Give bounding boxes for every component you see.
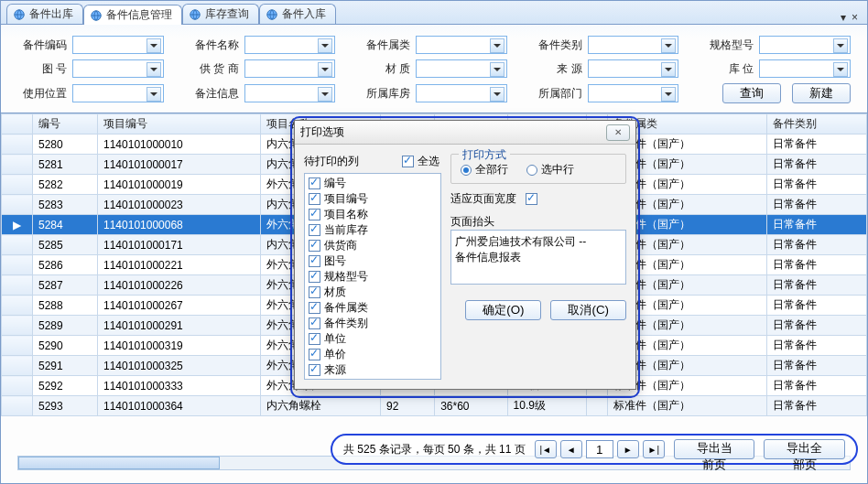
list-item[interactable]: 单位 bbox=[307, 331, 439, 347]
table-cell[interactable] bbox=[2, 235, 33, 255]
column-checkbox[interactable] bbox=[309, 317, 320, 329]
list-item[interactable]: 库位 bbox=[307, 378, 439, 380]
list-item[interactable]: 材质 bbox=[307, 285, 439, 300]
warehouse-combo[interactable] bbox=[416, 84, 507, 102]
table-cell[interactable]: 标准件（国产） bbox=[608, 396, 767, 416]
table-cell[interactable]: 1140101000325 bbox=[98, 356, 261, 376]
columns-listbox[interactable]: 编号项目编号项目名称当前库存供货商图号规格型号材质备件属类备件类别单位单价来源库… bbox=[304, 173, 441, 380]
table-cell[interactable]: 5291 bbox=[33, 356, 98, 376]
column-checkbox[interactable] bbox=[309, 209, 320, 220]
table-cell[interactable]: 5286 bbox=[33, 255, 98, 275]
table-cell[interactable]: 1140101000068 bbox=[98, 215, 261, 235]
tab-close-icon[interactable]: × bbox=[852, 11, 858, 24]
table-cell[interactable] bbox=[2, 175, 33, 195]
page-header-textarea[interactable] bbox=[450, 230, 626, 285]
table-cell[interactable]: 1140101000221 bbox=[98, 255, 261, 275]
table-cell[interactable]: 10.9级 bbox=[507, 396, 587, 416]
column-checkbox[interactable] bbox=[309, 193, 320, 205]
column-checkbox[interactable] bbox=[309, 224, 320, 236]
pager-prev[interactable]: ◄ bbox=[560, 440, 582, 458]
table-cell[interactable]: 1140101000023 bbox=[98, 195, 261, 215]
dialog-close-button[interactable]: ✕ bbox=[606, 124, 630, 141]
table-cell[interactable]: 日常备件 bbox=[766, 215, 866, 235]
table-cell[interactable]: 5281 bbox=[33, 155, 98, 175]
export-current-button[interactable]: 导出当前页 bbox=[674, 439, 755, 459]
table-cell[interactable]: 1140101000319 bbox=[98, 336, 261, 356]
table-row[interactable]: 52931140101000364内六角螺栓9236*6010.9级标准件（国产… bbox=[2, 396, 867, 416]
column-checkbox[interactable] bbox=[309, 333, 320, 345]
fit-width-checkbox[interactable] bbox=[526, 193, 537, 205]
category-combo[interactable] bbox=[588, 36, 679, 54]
list-item[interactable]: 单价 bbox=[307, 347, 439, 362]
list-item[interactable]: 备件类别 bbox=[307, 316, 439, 331]
table-cell[interactable]: 日常备件 bbox=[766, 396, 866, 416]
pager-first[interactable]: |◄ bbox=[535, 440, 557, 458]
export-all-button[interactable]: 导出全部页 bbox=[764, 439, 845, 459]
tab-stock-query[interactable]: 库存查询 bbox=[182, 4, 259, 24]
list-item[interactable]: 图号 bbox=[307, 253, 439, 269]
column-checkbox[interactable] bbox=[309, 177, 320, 189]
table-cell[interactable]: 5289 bbox=[33, 316, 98, 336]
tab-outbound[interactable]: 备件出库 bbox=[6, 4, 83, 24]
table-cell[interactable]: 日常备件 bbox=[766, 235, 866, 255]
table-cell[interactable]: 1140101000010 bbox=[98, 134, 261, 155]
list-item[interactable]: 规格型号 bbox=[307, 269, 439, 285]
name-combo[interactable] bbox=[244, 36, 336, 54]
table-cell[interactable]: 5287 bbox=[33, 275, 98, 296]
tab-parts-mgmt[interactable]: 备件信息管理 bbox=[83, 5, 182, 25]
material-combo[interactable] bbox=[416, 59, 507, 78]
tab-menu-icon[interactable]: ▾ bbox=[841, 11, 846, 24]
table-cell[interactable]: 日常备件 bbox=[766, 336, 866, 356]
table-cell[interactable]: 5288 bbox=[33, 296, 98, 316]
table-cell[interactable] bbox=[2, 316, 33, 336]
table-cell[interactable]: 1140101000019 bbox=[98, 175, 261, 195]
ok-button[interactable]: 确定(O) bbox=[465, 300, 541, 320]
table-cell[interactable]: 日常备件 bbox=[766, 316, 866, 336]
remark-combo[interactable] bbox=[244, 84, 336, 102]
tab-inbound[interactable]: 备件入库 bbox=[259, 4, 336, 24]
scroll-thumb[interactable] bbox=[18, 457, 220, 469]
table-cell[interactable]: 5282 bbox=[33, 175, 98, 195]
table-cell[interactable] bbox=[2, 275, 33, 296]
list-item[interactable]: 备件属类 bbox=[307, 300, 439, 316]
table-cell[interactable]: 5290 bbox=[33, 336, 98, 356]
table-cell[interactable]: 1140101000267 bbox=[98, 296, 261, 316]
col-header[interactable]: 项目编号 bbox=[98, 114, 261, 134]
table-cell[interactable] bbox=[2, 255, 33, 275]
table-cell[interactable]: 5285 bbox=[33, 235, 98, 255]
list-item[interactable]: 项目编号 bbox=[307, 191, 439, 207]
table-cell[interactable]: 5280 bbox=[33, 134, 98, 155]
pager-last[interactable]: ►| bbox=[643, 440, 665, 458]
cancel-button[interactable]: 取消(C) bbox=[550, 300, 626, 320]
column-checkbox[interactable] bbox=[309, 349, 320, 360]
usepos-combo[interactable] bbox=[72, 84, 164, 102]
new-button[interactable]: 新建 bbox=[792, 83, 851, 103]
table-cell[interactable] bbox=[2, 376, 33, 396]
table-cell[interactable]: 日常备件 bbox=[766, 155, 866, 175]
location-combo[interactable] bbox=[759, 59, 851, 78]
table-cell[interactable]: 5293 bbox=[33, 396, 98, 416]
table-cell[interactable]: 日常备件 bbox=[766, 296, 866, 316]
table-cell[interactable]: 1140101000017 bbox=[98, 155, 261, 175]
radio-print-selected[interactable] bbox=[526, 165, 537, 176]
table-cell[interactable]: 5284 bbox=[33, 215, 98, 235]
pager-page-input[interactable] bbox=[586, 440, 613, 458]
column-checkbox[interactable] bbox=[309, 255, 320, 267]
list-item[interactable]: 供货商 bbox=[307, 238, 439, 253]
radio-print-all[interactable] bbox=[461, 165, 472, 176]
table-cell[interactable]: 5283 bbox=[33, 195, 98, 215]
table-cell[interactable]: 1140101000226 bbox=[98, 275, 261, 296]
drawing-combo[interactable] bbox=[72, 59, 164, 78]
table-cell[interactable] bbox=[2, 336, 33, 356]
table-cell[interactable]: 1140101000291 bbox=[98, 316, 261, 336]
table-cell[interactable]: 日常备件 bbox=[766, 175, 866, 195]
table-cell[interactable] bbox=[2, 134, 33, 155]
col-header[interactable]: 编号 bbox=[33, 114, 98, 134]
table-cell[interactable]: 日常备件 bbox=[766, 134, 866, 155]
list-item[interactable]: 当前库存 bbox=[307, 222, 439, 238]
table-cell[interactable]: 日常备件 bbox=[766, 195, 866, 215]
table-cell[interactable] bbox=[2, 155, 33, 175]
table-cell[interactable]: 内六角螺栓 bbox=[261, 396, 381, 416]
table-cell[interactable]: 日常备件 bbox=[766, 376, 866, 396]
table-cell[interactable]: 1140101000171 bbox=[98, 235, 261, 255]
